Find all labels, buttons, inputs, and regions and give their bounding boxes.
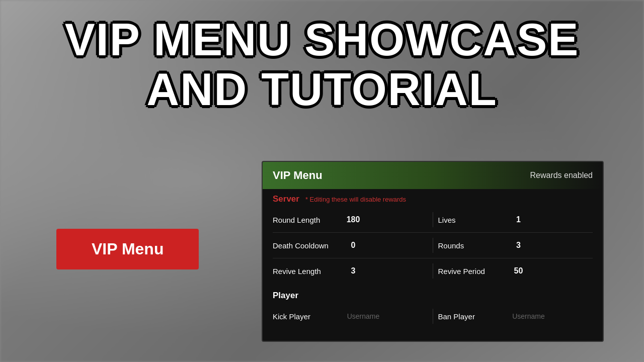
row-divider-1	[433, 212, 433, 227]
player-row-divider	[433, 309, 433, 324]
panel-header: VIP Menu Rewards enabled	[263, 162, 603, 189]
kick-player-item: Kick Player Username	[273, 312, 428, 321]
rounds-value: 3	[504, 241, 534, 250]
revive-length-value: 3	[338, 266, 368, 276]
setting-rounds: Rounds 3	[438, 241, 593, 250]
server-note: * Editing these will disable rewards	[305, 196, 406, 203]
rounds-label: Rounds	[438, 241, 504, 250]
page-content: VIP MENU SHOWCASE AND TUTORIAL VIP Menu …	[0, 0, 644, 362]
settings-row-3: Revive Length 3 Revive Period 50	[273, 258, 593, 284]
setting-revive-period: Revive Period 50	[438, 266, 593, 276]
kick-player-label: Kick Player	[273, 312, 338, 321]
setting-round-length: Round Length 180	[273, 215, 428, 224]
panel-content[interactable]: Server * Editing these will disable rewa…	[263, 189, 603, 340]
server-section-label: Server * Editing these will disable rewa…	[273, 189, 593, 207]
death-cooldown-label: Death Cooldown	[273, 241, 338, 250]
round-length-value: 180	[338, 215, 368, 224]
server-label: Server	[273, 194, 299, 204]
settings-rows: Round Length 180 Lives 1 Death Cooldown …	[273, 207, 593, 284]
row-divider-3	[433, 263, 433, 279]
lives-label: Lives	[438, 216, 504, 224]
round-length-label: Round Length	[273, 216, 338, 224]
player-section-label: Player	[273, 286, 593, 304]
player-section: Player Kick Player Username Ban Player U…	[273, 284, 593, 329]
player-label: Player	[273, 291, 298, 301]
ban-player-input[interactable]: Username	[504, 312, 554, 320]
rewards-status: Rewards enabled	[530, 171, 593, 180]
setting-lives: Lives 1	[438, 215, 593, 224]
ban-player-label: Ban Player	[438, 312, 504, 321]
vip-panel: VIP Menu Rewards enabled Server * Editin…	[262, 161, 604, 342]
settings-row-2: Death Cooldown 0 Rounds 3	[273, 233, 593, 258]
setting-revive-length: Revive Length 3	[273, 266, 428, 276]
setting-death-cooldown: Death Cooldown 0	[273, 241, 428, 250]
revive-length-label: Revive Length	[273, 267, 338, 276]
kick-player-input[interactable]: Username	[338, 312, 388, 320]
ban-player-item: Ban Player Username	[438, 312, 593, 321]
settings-row-1: Round Length 180 Lives 1	[273, 207, 593, 233]
title-text: VIP MENU SHOWCASE AND TUTORIAL	[0, 15, 644, 115]
lives-value: 1	[504, 215, 534, 224]
title-block: VIP MENU SHOWCASE AND TUTORIAL	[0, 0, 644, 115]
player-row-1: Kick Player Username Ban Player Username	[273, 304, 593, 329]
vip-menu-button[interactable]: VIP Menu	[56, 229, 199, 269]
revive-period-value: 50	[504, 266, 534, 276]
panel-title: VIP Menu	[273, 169, 323, 182]
row-divider-2	[433, 238, 433, 253]
revive-period-label: Revive Period	[438, 267, 504, 276]
vip-button-container: VIP Menu	[56, 229, 199, 269]
death-cooldown-value: 0	[338, 241, 368, 250]
